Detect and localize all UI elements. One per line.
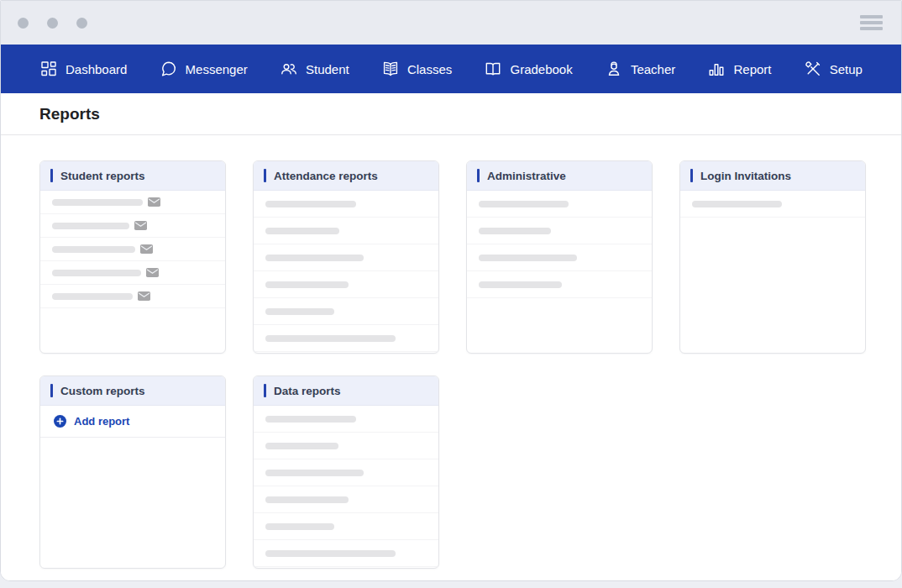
report-card: Attendance reports: [253, 160, 439, 354]
placeholder-bar: [265, 255, 364, 261]
report-link-row[interactable]: [467, 218, 652, 244]
nav-item-label: Setup: [830, 62, 863, 76]
nav-item-student[interactable]: Student: [280, 60, 349, 78]
report-link-row[interactable]: [254, 325, 438, 352]
report-link-row[interactable]: [40, 214, 225, 238]
nav-item-label: Dashboard: [66, 62, 127, 76]
nav-item-label: Messenger: [186, 62, 248, 76]
envelope-icon[interactable]: [148, 197, 160, 207]
placeholder-bar: [52, 223, 129, 229]
chat-bubble-icon: [160, 60, 178, 78]
window-titlebar: [1, 1, 901, 45]
card-header: Login Invitations: [680, 161, 865, 191]
hamburger-menu-icon[interactable]: [858, 12, 884, 34]
nav-item-setup[interactable]: Setup: [804, 60, 863, 78]
window-control-dot[interactable]: [76, 18, 87, 29]
nav-item-classes[interactable]: Classes: [381, 60, 452, 78]
placeholder-bar: [265, 443, 338, 449]
report-link-row[interactable]: [680, 191, 865, 218]
placeholder-bar: [265, 281, 349, 288]
report-link-row[interactable]: [254, 406, 438, 433]
placeholder-bar: [265, 470, 364, 476]
nav-item-dashboard[interactable]: Dashboard: [39, 60, 127, 78]
open-book-icon: [484, 60, 502, 78]
card-header: Student reports: [40, 161, 225, 191]
report-link-row[interactable]: [40, 261, 225, 285]
card-title: Login Invitations: [700, 170, 791, 182]
nav-item-teacher[interactable]: Teacher: [605, 60, 675, 78]
page-header: Reports: [1, 93, 901, 135]
placeholder-bar: [265, 228, 339, 234]
report-link-row[interactable]: [254, 433, 438, 459]
open-book-lines-icon: [381, 60, 400, 78]
placeholder-bar: [265, 335, 396, 342]
report-link-row[interactable]: [40, 285, 225, 308]
nav-item-label: Teacher: [631, 62, 675, 76]
add-report-button[interactable]: Add report: [40, 406, 225, 438]
report-link-row[interactable]: [467, 271, 652, 298]
report-card: Custom reportsAdd report: [39, 375, 226, 569]
window-controls: [18, 18, 87, 29]
envelope-icon[interactable]: [140, 244, 153, 254]
report-link-row[interactable]: [467, 244, 652, 271]
report-link-row[interactable]: [254, 191, 438, 218]
report-link-row[interactable]: [254, 271, 438, 298]
placeholder-bar: [479, 201, 569, 207]
placeholder-bar: [692, 201, 782, 207]
card-accent-bar: [264, 384, 266, 397]
report-card: Student reports: [39, 160, 226, 354]
report-link-row[interactable]: [254, 298, 438, 325]
bar-chart-icon: [707, 60, 726, 78]
nav-item-gradebook[interactable]: Gradebook: [484, 60, 572, 78]
placeholder-bar: [265, 550, 396, 557]
report-link-row[interactable]: [254, 459, 438, 486]
plus-circle-icon: [54, 415, 66, 428]
nav-item-label: Classes: [407, 62, 452, 76]
placeholder-bar: [52, 270, 141, 276]
placeholder-bar: [265, 201, 356, 207]
report-link-row[interactable]: [254, 244, 438, 271]
envelope-icon[interactable]: [134, 221, 147, 230]
card-header: Attendance reports: [254, 161, 438, 191]
app-window: DashboardMessengerStudentClassesGradeboo…: [0, 0, 902, 581]
card-header: Custom reports: [40, 376, 225, 406]
person-icon: [605, 60, 623, 78]
placeholder-bar: [265, 308, 334, 315]
content-area: Student reportsAttendance reportsAdminis…: [1, 135, 901, 580]
card-title: Student reports: [60, 170, 145, 182]
placeholder-bar: [52, 293, 133, 300]
report-card: Data reports: [253, 375, 439, 569]
main-nav: DashboardMessengerStudentClassesGradeboo…: [1, 45, 901, 93]
card-title: Data reports: [274, 385, 341, 397]
nav-item-report[interactable]: Report: [707, 60, 771, 78]
people-icon: [280, 60, 298, 78]
report-link-row[interactable]: [254, 513, 438, 540]
dashboard-icon: [39, 60, 58, 78]
card-title: Attendance reports: [274, 170, 378, 182]
report-card: Administrative: [466, 160, 653, 354]
placeholder-bar: [265, 523, 334, 530]
placeholder-bar: [479, 255, 577, 261]
placeholder-bar: [265, 416, 356, 423]
report-link-row[interactable]: [467, 191, 652, 218]
report-cards-grid: Student reportsAttendance reportsAdminis…: [39, 160, 864, 569]
report-link-row[interactable]: [254, 486, 438, 513]
report-link-row[interactable]: [254, 218, 438, 244]
placeholder-bar: [52, 199, 143, 206]
card-accent-bar: [477, 169, 480, 182]
report-link-row[interactable]: [40, 191, 225, 214]
window-control-dot[interactable]: [18, 18, 29, 29]
card-accent-bar: [264, 169, 266, 182]
envelope-icon[interactable]: [146, 268, 159, 277]
report-link-row[interactable]: [40, 238, 225, 261]
page-title: Reports: [39, 105, 100, 123]
placeholder-bar: [479, 228, 551, 234]
card-accent-bar: [50, 384, 53, 397]
add-report-label: Add report: [74, 415, 129, 428]
card-header: Administrative: [467, 161, 652, 191]
window-control-dot[interactable]: [47, 18, 58, 29]
nav-item-messenger[interactable]: Messenger: [160, 60, 248, 78]
envelope-icon[interactable]: [138, 291, 150, 301]
report-link-row[interactable]: [254, 540, 438, 567]
report-card: Login Invitations: [679, 160, 866, 354]
